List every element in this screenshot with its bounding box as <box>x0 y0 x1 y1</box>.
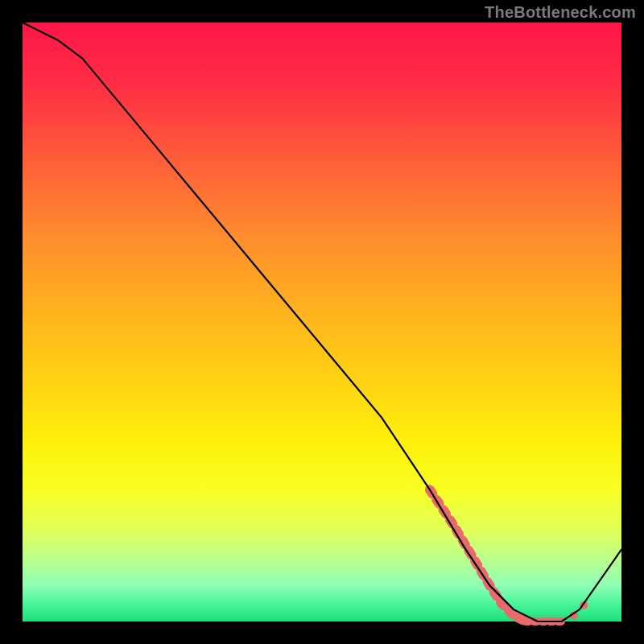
chart-stage: TheBottleneck.com <box>0 0 644 644</box>
chart-svg <box>23 23 621 621</box>
watermark-text: TheBottleneck.com <box>485 3 636 22</box>
curve-layer <box>23 23 621 621</box>
highlight-descent-into-valley <box>430 489 526 621</box>
highlight-layer <box>430 489 585 621</box>
plot-area <box>23 23 621 621</box>
series-curve <box>23 23 621 621</box>
